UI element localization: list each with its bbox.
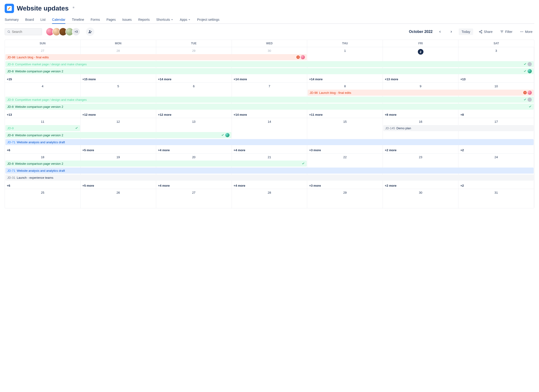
day-number: 14 bbox=[234, 119, 305, 125]
more-events-link[interactable]: +4 more bbox=[156, 183, 232, 188]
more-events-link[interactable]: +13 bbox=[5, 112, 81, 117]
calendar-event[interactable]: JD-8Website comparison page version 2 bbox=[5, 132, 231, 138]
assignee-avatars[interactable]: +3 bbox=[46, 28, 80, 36]
more-events-link[interactable]: +11 more bbox=[307, 112, 383, 117]
tab-project-settings[interactable]: Project settings bbox=[197, 16, 219, 23]
more-events-link[interactable]: +14 more bbox=[232, 77, 308, 81]
calendar-event[interactable]: JD-8Website comparison page version 2 bbox=[5, 104, 534, 110]
day-cell[interactable]: 30 bbox=[383, 189, 458, 208]
share-button[interactable]: Share bbox=[477, 29, 494, 35]
more-events-link[interactable]: +4 more bbox=[232, 148, 308, 152]
svg-point-4 bbox=[479, 31, 480, 32]
tab-label: Shortcuts bbox=[156, 18, 170, 21]
issue-key: JD-31 bbox=[7, 176, 15, 179]
assignee-avatar bbox=[528, 91, 532, 95]
day-number: 8 bbox=[309, 84, 381, 89]
filter-label: Filter bbox=[505, 30, 512, 33]
tab-board[interactable]: Board bbox=[25, 16, 34, 23]
tabs-nav: SummaryBoardListCalendarTimelineFormsPag… bbox=[5, 16, 534, 24]
weekday-header: FRI bbox=[383, 40, 458, 47]
tab-label: Reports bbox=[138, 18, 150, 21]
weekday-header: THU bbox=[307, 40, 383, 47]
more-events-link[interactable]: +12 more bbox=[156, 112, 232, 117]
avatar-overflow[interactable]: +3 bbox=[72, 28, 80, 36]
tab-pages[interactable]: Pages bbox=[106, 16, 116, 23]
calendar-event[interactable]: JD-9Competitive market page / design and… bbox=[5, 61, 534, 67]
prev-month-button[interactable] bbox=[436, 28, 444, 35]
more-events-link[interactable]: +12 more bbox=[81, 112, 156, 117]
more-events-link[interactable]: +2 bbox=[458, 148, 534, 152]
day-number: 19 bbox=[82, 154, 154, 160]
tab-label: Project settings bbox=[197, 18, 219, 21]
calendar-event[interactable]: JD-71Website analysis and analytics draf… bbox=[5, 167, 534, 174]
next-month-button[interactable] bbox=[448, 28, 455, 35]
weekday-header: TUE bbox=[156, 40, 232, 47]
more-button[interactable]: More bbox=[518, 29, 534, 35]
svg-point-7 bbox=[521, 32, 522, 32]
day-number: 29 bbox=[309, 190, 381, 196]
search-input[interactable] bbox=[12, 30, 39, 33]
more-events-link[interactable]: +13 more bbox=[383, 77, 458, 81]
more-events-link[interactable]: +2 more bbox=[383, 183, 458, 188]
more-events-link[interactable]: +8 more bbox=[383, 112, 458, 117]
calendar-event[interactable]: JD-31Launch - experience teams bbox=[5, 175, 534, 181]
tab-calendar[interactable]: Calendar bbox=[52, 16, 65, 23]
more-events-link[interactable]: +14 more bbox=[156, 77, 232, 81]
more-events-link[interactable]: +6 bbox=[5, 148, 81, 152]
more-events-link[interactable]: +6 bbox=[5, 183, 81, 188]
more-events-link[interactable]: +2 more bbox=[383, 148, 458, 152]
tab-shortcuts[interactable]: Shortcuts bbox=[156, 16, 173, 23]
calendar-event[interactable]: JD-9Competitive market page / design and… bbox=[5, 97, 534, 103]
more-events-link[interactable]: +15 more bbox=[81, 77, 156, 81]
more-events-link[interactable]: +4 more bbox=[156, 148, 232, 152]
tab-apps[interactable]: Apps bbox=[180, 16, 191, 23]
customize-icon[interactable] bbox=[72, 6, 76, 11]
weekday-header: WED bbox=[232, 40, 308, 47]
tab-forms[interactable]: Forms bbox=[91, 16, 100, 23]
tab-reports[interactable]: Reports bbox=[138, 16, 150, 23]
check-icon bbox=[523, 62, 527, 66]
svg-point-6 bbox=[520, 32, 521, 32]
day-number: 28 bbox=[234, 190, 305, 196]
day-cell[interactable]: 31 bbox=[458, 189, 534, 208]
more-events-link[interactable]: +3 more bbox=[307, 148, 383, 152]
more-events-link[interactable]: +14 more bbox=[307, 77, 383, 81]
add-people-button[interactable] bbox=[86, 28, 94, 36]
calendar-event[interactable]: JD-71Website analysis and analytics draf… bbox=[5, 139, 534, 145]
search-input-wrap[interactable] bbox=[5, 28, 42, 35]
today-button[interactable]: Today bbox=[459, 29, 473, 35]
tab-issues[interactable]: Issues bbox=[122, 16, 132, 23]
day-cell[interactable]: 26 bbox=[81, 189, 156, 208]
calendar-event[interactable]: JD-8Website comparison page version 2 bbox=[5, 161, 307, 167]
day-number: 21 bbox=[234, 154, 305, 160]
tab-list[interactable]: List bbox=[40, 16, 46, 23]
calendar-event[interactable]: JD-98Launch blog - final edits bbox=[308, 90, 534, 96]
day-number: 15 bbox=[309, 119, 381, 125]
day-cell[interactable]: 28 bbox=[232, 189, 308, 208]
issue-key: JD-71 bbox=[7, 140, 15, 144]
day-cell[interactable]: 25 bbox=[5, 189, 81, 208]
issue-title: Website analysis and analytics draft bbox=[17, 169, 530, 172]
issue-title: Website comparison page version 2 bbox=[15, 134, 219, 137]
calendar-event[interactable]: JD-9 bbox=[5, 125, 80, 131]
tab-label: List bbox=[40, 18, 46, 21]
more-events-link[interactable]: +4 more bbox=[232, 183, 308, 188]
day-cell[interactable]: 27 bbox=[156, 189, 232, 208]
more-events-link[interactable]: +13 bbox=[458, 77, 534, 81]
more-events-link[interactable]: +14 more bbox=[232, 112, 308, 117]
calendar-event[interactable]: JD-98Launch blog - final edits bbox=[5, 54, 307, 60]
day-number: 7 bbox=[234, 84, 305, 89]
calendar-event[interactable]: JD-8Website comparison page version 2 bbox=[5, 68, 534, 74]
calendar-event[interactable]: JD-145Demo plan bbox=[383, 125, 534, 131]
more-events-link[interactable]: +2 bbox=[458, 183, 534, 188]
day-number: 5 bbox=[82, 84, 154, 89]
more-events-link[interactable]: +3 more bbox=[307, 183, 383, 188]
filter-button[interactable]: Filter bbox=[498, 29, 514, 35]
more-events-link[interactable]: +15 bbox=[5, 77, 81, 81]
day-cell[interactable]: 29 bbox=[307, 189, 383, 208]
tab-timeline[interactable]: Timeline bbox=[72, 16, 84, 23]
tab-summary[interactable]: Summary bbox=[5, 16, 19, 23]
more-events-link[interactable]: +5 more bbox=[81, 148, 156, 152]
more-events-link[interactable]: +5 more bbox=[81, 183, 156, 188]
more-events-link[interactable]: +8 bbox=[458, 112, 534, 117]
